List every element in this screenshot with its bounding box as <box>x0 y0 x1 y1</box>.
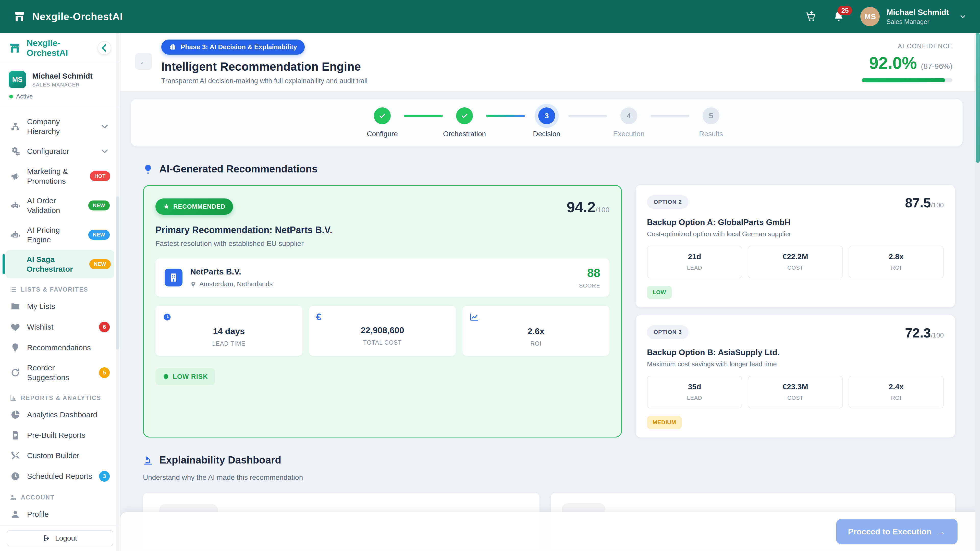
step-orchestration[interactable]: Orchestration <box>443 107 486 138</box>
step-execution[interactable]: 4 Execution <box>607 107 651 138</box>
section-label: REPORTS & ANALYTICS <box>21 395 101 402</box>
section-label: ACCOUNT <box>21 494 55 501</box>
option-score-denominator: /100 <box>931 201 944 209</box>
sidebar-item-wishlist[interactable]: Wishlist 6 <box>6 317 115 337</box>
sidebar-item-my-lists[interactable]: My Lists <box>6 297 115 316</box>
nav-label: Marketing & Promotions <box>27 167 83 186</box>
sidebar-item-ai-pricing-engine[interactable]: AI Pricing Engine NEW <box>6 221 115 249</box>
nav-label: Reorder Suggestions <box>27 363 92 382</box>
check-icon <box>460 112 469 120</box>
chevron-left-icon <box>98 42 110 54</box>
logout-button[interactable]: Logout <box>6 530 113 546</box>
robot-icon <box>10 230 21 240</box>
footer-action-bar: Proceed to Execution → <box>121 512 980 551</box>
option-metric-roi: 2.8x ROI <box>849 246 944 278</box>
option-metric-lead: 35d LEAD <box>647 376 742 408</box>
nav-label: Profile <box>27 510 110 519</box>
recommendations-section-header: AI-Generated Recommendations <box>143 163 955 175</box>
step-number: 5 <box>703 107 719 124</box>
sidebar-item-ai-saga-orchestrator[interactable]: AI Saga Orchestrator NEW <box>6 250 115 278</box>
metric-value: 14 days <box>162 326 295 336</box>
notifications-button[interactable]: 25 <box>833 11 845 22</box>
page-scrollbar-thumb[interactable] <box>976 33 980 163</box>
sidebar-item-user-management[interactable]: User Management <box>6 525 115 526</box>
supplier-location: Amsterdam, Netherlands <box>199 280 273 288</box>
metric-value: 22,908,600 <box>316 325 449 335</box>
logout-label: Logout <box>55 534 77 542</box>
sidebar-item-reorder-suggestions[interactable]: Reorder Suggestions 5 <box>6 359 115 387</box>
sidebar-item-scheduled-reports[interactable]: Scheduled Reports 3 <box>6 466 115 486</box>
brand-name: Nexgile-OrchestAI <box>32 11 123 22</box>
nav-label: AI Order Validation <box>27 196 82 215</box>
user-name: Michael Schmidt <box>886 8 949 17</box>
user-role: Sales Manager <box>886 18 949 25</box>
nav-label: AI Pricing Engine <box>27 225 82 245</box>
nav-label: Wishlist <box>27 322 92 332</box>
sidebar: Nexgile-OrchestAI MS Michael Schmidt SAL… <box>0 33 121 551</box>
metric-label: TOTAL COST <box>316 339 449 346</box>
sidebar-item-configurator[interactable]: Configurator <box>6 141 115 161</box>
step-connector <box>568 115 607 117</box>
option-title: Backup Option B: AsiaSupply Ltd. <box>647 348 944 357</box>
metric-label: LEAD TIME <box>162 340 295 347</box>
user-icon <box>10 509 21 519</box>
sidebar-item-custom-builder[interactable]: Custom Builder <box>6 446 115 465</box>
sidebar-scrollbar[interactable] <box>116 33 119 551</box>
risk-badge-medium: MEDIUM <box>647 416 682 429</box>
backup-option-b-card[interactable]: OPTION 3 72.3 /100 Backup Option B: Asia… <box>636 315 955 437</box>
recommended-badge: RECOMMENDED <box>156 198 233 215</box>
option-score: 72.3 <box>905 325 931 341</box>
step-number: 3 <box>538 107 555 124</box>
risk-badge-low: LOW <box>647 286 672 299</box>
supplier-score-label: SCORE <box>579 283 600 289</box>
primary-recommendation-card[interactable]: RECOMMENDED 94.2 /100 Primary Recommenda… <box>143 185 622 437</box>
primary-score-denominator: /100 <box>596 206 610 214</box>
clock-icon <box>10 471 21 481</box>
sidebar-item-marketing-promotions[interactable]: Marketing & Promotions HOT <box>6 162 115 190</box>
sidebar-item-company-hierarchy[interactable]: Company Hierarchy <box>6 112 115 141</box>
page-title: Intelligent Recommendation Engine <box>161 60 853 73</box>
backup-option-a-card[interactable]: OPTION 2 87.5 /100 Backup Option A: Glob… <box>636 185 955 307</box>
metric-label: ROI <box>852 395 941 401</box>
page-scrollbar[interactable] <box>975 33 980 551</box>
step-decision[interactable]: 3 Decision <box>525 107 568 138</box>
metric-value: 2.8x <box>852 252 941 261</box>
top-bar: Nexgile-OrchestAI 25 MS Michael Schmidt … <box>0 0 980 33</box>
heart-icon <box>10 322 21 332</box>
metric-lead-time: 14 days LEAD TIME <box>156 306 302 356</box>
nav-label: Recommendations <box>27 343 110 353</box>
app-logo: Nexgile-OrchestAI <box>13 11 123 23</box>
metric-value: €23.3M <box>751 383 840 391</box>
nav-label: Custom Builder <box>27 451 110 460</box>
cart-button[interactable] <box>805 11 817 22</box>
step-configure[interactable]: Configure <box>361 107 404 138</box>
sidebar-item-prebuilt-reports[interactable]: Pre-Built Reports <box>6 426 115 445</box>
step-results[interactable]: 5 Results <box>689 107 733 138</box>
step-label: Configure <box>367 130 398 138</box>
option-tag: OPTION 3 <box>647 325 689 339</box>
step-number: 4 <box>620 107 637 124</box>
metric-label: COST <box>751 265 840 271</box>
sidebar-item-ai-order-validation[interactable]: AI Order Validation NEW <box>6 191 115 220</box>
explainability-subtitle: Understand why the AI made this recommen… <box>143 473 955 482</box>
section-account: ACCOUNT <box>10 494 110 501</box>
sidebar-footer: Logout <box>0 526 120 551</box>
sidebar-item-profile[interactable]: Profile <box>6 505 115 524</box>
shield-icon <box>162 373 169 380</box>
lightbulb-icon <box>143 164 153 174</box>
logout-icon <box>43 534 51 542</box>
user-menu[interactable]: MS Michael Schmidt Sales Manager <box>860 7 967 26</box>
status-text: Active <box>16 93 33 100</box>
back-button[interactable]: ← <box>135 53 152 70</box>
proceed-to-execution-button[interactable]: Proceed to Execution → <box>836 519 958 544</box>
step-label: Orchestration <box>443 130 486 138</box>
supplier-score: 88 <box>579 266 600 280</box>
sidebar-collapse-button[interactable] <box>97 41 111 55</box>
primary-score: 94.2 <box>567 198 596 216</box>
chevron-down-icon <box>100 121 110 132</box>
sidebar-item-analytics-dashboard[interactable]: Analytics Dashboard <box>6 405 115 424</box>
nav-label: Analytics Dashboard <box>27 410 110 420</box>
chart-line-icon <box>469 313 479 322</box>
nav-label: AI Saga Orchestrator <box>10 254 83 274</box>
sidebar-item-recommendations[interactable]: Recommendations <box>6 338 115 357</box>
